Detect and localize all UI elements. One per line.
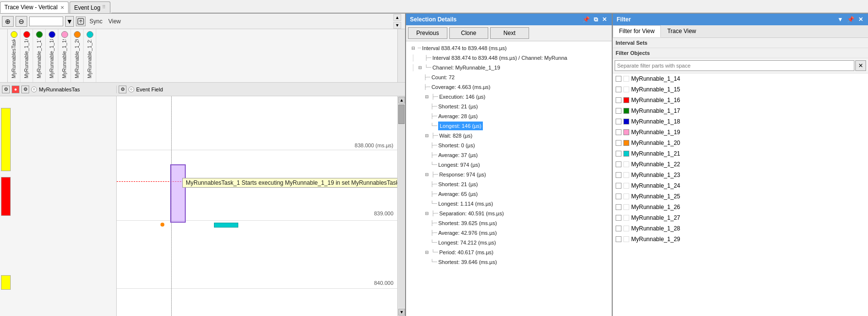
list-item-16: MyRunnable_1_16 <box>613 95 868 105</box>
filter-header-icons: ▼ 📌 ✕ <box>836 16 864 23</box>
circle-btn-left[interactable]: ○ <box>31 87 37 92</box>
expander-period[interactable]: ⊟ <box>424 249 430 256</box>
selected-trace-block[interactable] <box>170 164 186 223</box>
circle-btn-right[interactable]: ○ <box>128 87 134 92</box>
expander-0[interactable]: ⊟ <box>410 45 417 52</box>
zoom-dropdown-button[interactable]: ▼ <box>65 16 74 27</box>
zoom-out-button[interactable]: ⊖ <box>16 16 27 27</box>
tree-item-resp-long: └─ Longest: 1.114 (ms.µs) <box>408 199 610 209</box>
next-button[interactable]: Next <box>490 27 529 39</box>
settings-icon-right[interactable]: ⚙ <box>119 86 126 93</box>
list-item-21: MyRunnable_1_21 <box>613 148 868 159</box>
channel-name-3: MyRunnable_1_18 <box>49 39 54 78</box>
trace-toolbar: ⊕ ⊖ 4.043 ▼ Sync View ▲ ▼ <box>0 14 405 29</box>
filter-pin-icon[interactable]: 📌 <box>846 16 855 23</box>
expander-wait[interactable]: ⊟ <box>424 132 430 139</box>
checkbox-22[interactable] <box>616 161 621 167</box>
text-sep-long: Longest: 74.212 (ms.µs) <box>438 238 496 247</box>
checkbox-23[interactable] <box>616 172 621 178</box>
scroll-up-arrow[interactable]: ▲ <box>398 97 405 104</box>
filter-dropdown-icon[interactable]: ▼ <box>836 16 844 23</box>
connector-coverage: ├─ <box>424 83 430 91</box>
event-tooltip: MyRunnablesTask_1 Starts executing MyRun… <box>182 178 397 188</box>
row-header-spacer <box>0 29 8 82</box>
label-26: MyRunnable_1_26 <box>631 203 680 211</box>
filter-items-list[interactable]: MyRunnable_1_14 MyRunnable_1_15 MyRunnab… <box>613 73 868 316</box>
checkbox-20[interactable] <box>616 140 621 146</box>
tree-text-wait: Wait: 828 (µs) <box>439 131 472 140</box>
scroll-down-btn[interactable]: ▼ <box>393 22 401 29</box>
expander-1[interactable] <box>417 54 424 61</box>
expander-sep[interactable]: ⊟ <box>424 210 430 217</box>
tab-trace-view-vertical[interactable]: Trace View - Vertical ✕ <box>0 1 69 13</box>
label-23: MyRunnable_1_23 <box>631 171 680 179</box>
checkbox-29[interactable] <box>616 236 621 242</box>
filter-tabs: Filter for View Trace View <box>613 25 868 38</box>
checkbox-17[interactable] <box>616 108 621 114</box>
tree-item-sep-short: ├─ Shortest: 39.625 (ms.µs) <box>408 218 610 228</box>
scroll-thumb[interactable] <box>398 105 405 124</box>
bar-task0 <box>1 108 11 171</box>
expander-exec[interactable]: ⊟ <box>424 93 430 100</box>
tree-item-count: ├─ Count: 72 <box>408 72 610 82</box>
list-item-23: MyRunnable_1_23 <box>613 170 868 180</box>
text-exec-avg: Average: 28 (µs) <box>438 112 478 121</box>
header-filler <box>96 29 397 82</box>
text-exec-long: Longest: 146 (µs) <box>438 122 483 130</box>
channel-color-1 <box>23 31 30 38</box>
text-sep-short: Shortest: 39.625 (ms.µs) <box>438 219 497 228</box>
checkbox-15[interactable] <box>616 87 621 92</box>
scroll-up-btn[interactable]: ▲ <box>393 14 401 21</box>
checkbox-18[interactable] <box>616 119 621 124</box>
selection-details-toolbar: Previous Clone Next <box>406 25 612 41</box>
sync-icon[interactable] <box>76 17 86 26</box>
pin-icon[interactable]: 📌 <box>582 16 591 23</box>
tree-item-0[interactable]: ⊟ ─ Interval 838.474 to 839.448 (ms.µs) <box>408 43 610 53</box>
filter-close-icon[interactable]: ✕ <box>857 16 864 23</box>
checkbox-28[interactable] <box>616 226 621 231</box>
record-icon[interactable]: ● <box>12 86 19 93</box>
close-panel-icon[interactable]: ✕ <box>601 16 608 23</box>
tree-item-exec-avg: ├─ Average: 28 (µs) <box>408 111 610 121</box>
filter-tab-trace[interactable]: Trace View <box>661 25 702 37</box>
label-18: MyRunnable_1_18 <box>631 117 680 126</box>
tree-item-wait: ⊟ ├─ Wait: 828 (µs) <box>408 131 610 140</box>
tree-text-period: Period: 40.617 (ms.µs) <box>439 248 494 257</box>
checkbox-26[interactable] <box>616 204 621 210</box>
label-17: MyRunnable_1_17 <box>631 106 680 115</box>
expander-2[interactable]: ⊟ <box>417 64 424 71</box>
filter-tab-view[interactable]: Filter for View <box>613 25 661 37</box>
zoom-in-button[interactable]: ⊕ <box>2 16 14 27</box>
trace-canvas-area: 838.000 (ms.µs) 839.000 840.000 MyRunnab… <box>0 96 405 316</box>
tree-text-response: Response: 974 (µs) <box>439 170 486 179</box>
settings-icon-2[interactable]: ⚙ <box>21 86 29 93</box>
tree-text-exec: Execution: 146 (µs) <box>439 92 485 101</box>
settings-icon-left[interactable]: ⚙ <box>2 86 10 93</box>
selection-tree-view[interactable]: ⊟ ─ Interval 838.474 to 839.448 (ms.µs) … <box>406 41 612 316</box>
zoom-value-input[interactable]: 4.043 <box>29 17 63 26</box>
previous-button[interactable]: Previous <box>408 27 447 39</box>
checkbox-27[interactable] <box>616 215 621 221</box>
checkbox-14[interactable] <box>616 76 621 82</box>
checkbox-19[interactable] <box>616 129 621 135</box>
filter-search-input[interactable] <box>615 60 854 71</box>
checkbox-24[interactable] <box>616 183 621 189</box>
channel-col-5: MyRunnable_1_20 <box>71 29 84 82</box>
text-resp-long: Longest: 1.114 (ms.µs) <box>438 199 493 208</box>
float-icon[interactable]: ⧉ <box>593 16 599 23</box>
expander-response[interactable]: ⊟ <box>424 171 430 178</box>
v-scrollbar[interactable]: ▲ ▼ <box>397 96 405 316</box>
tab-event-log[interactable]: Event Log ⠿ <box>70 1 110 13</box>
channel-headers: MyRunnablesTask_0 MyRunnable_1_16 MyRunn… <box>0 29 405 83</box>
clone-button[interactable]: Clone <box>449 27 488 39</box>
bar-task0-bottom <box>1 275 11 290</box>
list-item-20: MyRunnable_1_20 <box>613 138 868 148</box>
grid-line-2 <box>117 220 397 221</box>
filter-clear-button[interactable]: ✕ <box>855 60 866 71</box>
scroll-down-arrow[interactable]: ▼ <box>398 309 405 316</box>
checkbox-16[interactable] <box>616 97 621 103</box>
checkbox-25[interactable] <box>616 193 621 199</box>
indent-2: │ <box>410 63 417 72</box>
checkbox-21[interactable] <box>616 151 621 157</box>
tab-close-trace-view[interactable]: ✕ <box>60 5 64 10</box>
